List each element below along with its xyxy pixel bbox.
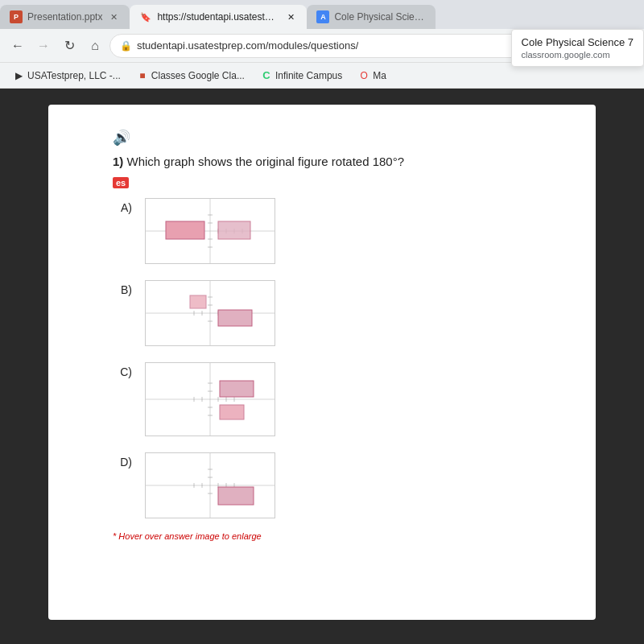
question-body: Which graph shows the original figure ro… — [127, 155, 405, 168]
svg-rect-24 — [190, 295, 206, 308]
graph-svg-a — [146, 199, 275, 263]
svg-rect-38 — [220, 405, 244, 419]
svg-rect-37 — [220, 381, 254, 397]
graph-b[interactable] — [145, 280, 275, 346]
tab-close-presentation[interactable]: ✕ — [107, 10, 120, 23]
tooltip-url: classroom.google.com — [522, 50, 634, 60]
tooltip-title: Cole Physical Science 7 — [522, 36, 634, 48]
question-number: 1) — [113, 155, 123, 168]
tab-cole[interactable]: A Cole Physical Science — [307, 5, 436, 29]
question-text: 1) Which graph shows the original figure… — [113, 153, 564, 170]
bookmark-ma[interactable]: O Ma — [352, 68, 393, 83]
hover-notice: * Hover over answer image to enlarge — [113, 531, 564, 541]
back-button[interactable]: ← — [6, 35, 29, 57]
svg-rect-12 — [166, 221, 204, 239]
graph-c[interactable] — [145, 362, 275, 436]
option-label-c: C) — [113, 362, 132, 378]
answer-option-b[interactable]: B) — [113, 280, 564, 346]
graph-svg-d — [146, 453, 275, 518]
answer-option-c[interactable]: C) — [113, 362, 564, 436]
bookmark-label-ma: Ma — [373, 70, 386, 81]
tab-label-presentation: Presentation.pptx — [27, 11, 102, 23]
bookmark-label-usatestprep: USATestprep, LLC -... — [27, 70, 121, 81]
bookmark-usatestprep[interactable]: ▶ USATestprep, LLC -... — [6, 68, 127, 83]
option-label-b: B) — [113, 280, 132, 296]
sound-icon[interactable]: 🔊 — [113, 130, 130, 146]
google-icon: A — [316, 10, 329, 23]
graph-d[interactable] — [145, 452, 275, 518]
browser-chrome: P Presentation.pptx ✕ 🔖 https://studenta… — [0, 0, 644, 89]
ppt-icon: P — [10, 10, 23, 23]
bookmark-label-infinite: Infinite Campus — [275, 70, 342, 81]
option-label-a: A) — [113, 198, 132, 214]
tab-usatestprep[interactable]: 🔖 https://studentapi.usatestprep.c ✕ — [130, 5, 307, 29]
svg-rect-13 — [218, 221, 250, 239]
svg-rect-25 — [218, 310, 252, 326]
es-badge: es — [113, 177, 129, 188]
bookmark-label-classes: Classes Google Cla... — [151, 70, 245, 81]
tab-tooltip: Cole Physical Science 7 classroom.google… — [511, 29, 644, 67]
bookmark-icon-infinite: C — [261, 70, 272, 81]
sound-icon-area[interactable]: 🔊 — [113, 129, 564, 147]
graph-svg-c — [146, 363, 275, 436]
svg-rect-49 — [218, 487, 254, 505]
bookmark-icon-classes: ■ — [137, 70, 148, 81]
lock-icon: 🔒 — [120, 40, 132, 52]
forward-button[interactable]: → — [32, 35, 55, 57]
answer-option-a[interactable]: A) — [113, 198, 564, 264]
tab-presentation[interactable]: P Presentation.pptx ✕ — [0, 5, 130, 29]
answer-options: A) — [113, 198, 564, 518]
graph-a[interactable] — [145, 198, 275, 264]
bookmark-icon-usatestprep: ▶ — [13, 70, 24, 81]
tab-bar: P Presentation.pptx ✕ 🔖 https://studenta… — [0, 0, 644, 29]
link-icon: 🔖 — [139, 10, 152, 23]
bookmark-icon-ma: O — [358, 70, 369, 81]
reload-button[interactable]: ↻ — [58, 35, 80, 57]
bookmark-classes[interactable]: ■ Classes Google Cla... — [130, 68, 251, 83]
tab-close-usatestprep[interactable]: ✕ — [284, 10, 297, 23]
content-area: 🔊 1) Which graph shows the original figu… — [0, 89, 644, 644]
tab-label-usatestprep: https://studentapi.usatestprep.c — [157, 11, 279, 23]
bookmark-infinite[interactable]: C Infinite Campus — [254, 68, 349, 83]
address-text: studentapi.usatestprep.com/modules/quest… — [137, 39, 358, 52]
option-label-d: D) — [113, 452, 132, 469]
home-button[interactable]: ⌂ — [84, 35, 106, 57]
tab-label-cole: Cole Physical Science — [334, 11, 426, 23]
page-content: 🔊 1) Which graph shows the original figu… — [48, 105, 596, 620]
graph-svg-b — [146, 281, 275, 345]
answer-option-d[interactable]: D) — [113, 452, 564, 518]
